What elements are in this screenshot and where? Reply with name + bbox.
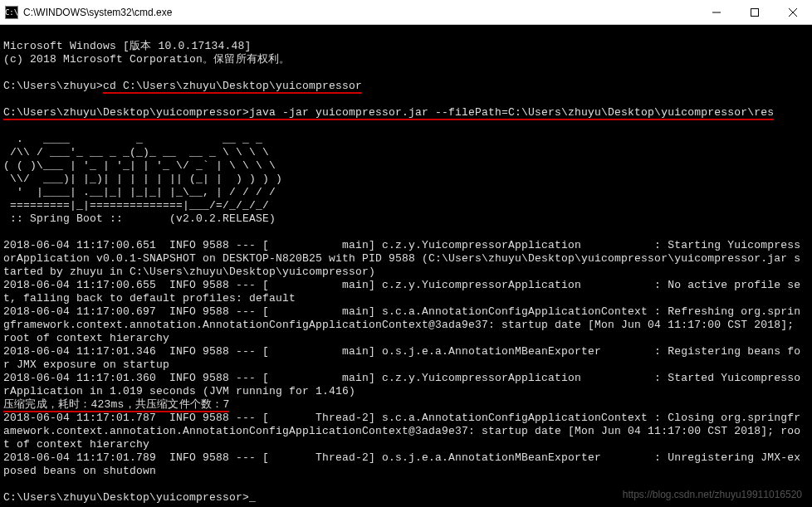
compression-result: 压缩完成，耗时：423ms，共压缩文件个数：7 <box>3 398 229 412</box>
log-line: 2018-06-04 11:17:00.655 INFO 9588 --- [ … <box>3 279 800 291</box>
prompt-line: C:\Users\zhuyu\Desktop\yuicompressor>jav… <box>3 106 774 120</box>
log-line: r JMX exposure on startup <box>3 358 169 371</box>
spring-banner-line: /\\ / ___'_ __ _ _(_)_ __ __ _ \ \ \ \ <box>3 146 269 158</box>
spring-banner-line: ' |____| .__|_| |_|_| |_\__, | / / / / <box>3 186 276 198</box>
header-line: (c) 2018 Microsoft Corporation。保留所有权利。 <box>3 53 291 66</box>
log-line: amework.context.annotation.AnnotationCon… <box>3 425 800 437</box>
close-button[interactable] <box>774 0 812 25</box>
spring-banner-line: \\/ ___)| |_)| | | | | || (_| | ) ) ) ) <box>3 173 282 185</box>
log-line: tarted by zhuyu in C:\Users\zhuyu\Deskto… <box>3 266 375 278</box>
spring-banner-line: ( ( )\___ | '_ | '_| | '_ \/ _` | \ \ \ … <box>3 159 276 172</box>
log-line: root of context hierarchy <box>3 332 169 344</box>
log-line: orApplication v0.0.1-SNAPSHOT on DESKTOP… <box>3 252 800 265</box>
log-line: gframework.context.annotation.Annotation… <box>3 319 800 331</box>
log-line: 2018-06-04 11:17:01.787 INFO 9588 --- [ … <box>3 412 800 424</box>
highlight-line: 压缩完成，耗时：423ms，共压缩文件个数：7 <box>3 398 229 412</box>
log-line: posed beans on shutdown <box>3 465 156 477</box>
prompt-line: C:\Users\zhuyu>cd C:\Users\zhuyu\Desktop… <box>3 80 362 94</box>
cursor: _ <box>249 491 256 504</box>
window-titlebar: C:\ C:\WINDOWS\system32\cmd.exe <box>0 0 812 25</box>
log-line: t of context hierarchy <box>3 438 149 451</box>
spring-banner-line: . ____ _ __ _ _ <box>3 133 262 145</box>
command-java: java -jar yuicompressor.jar --filePath=C… <box>249 106 774 119</box>
svg-rect-1 <box>751 8 759 16</box>
log-line: 2018-06-04 11:17:00.697 INFO 9588 --- [ … <box>3 305 800 318</box>
log-line: t, falling back to default profiles: def… <box>3 292 296 305</box>
command-cd: cd C:\Users\zhuyu\Desktop\yuicompressor <box>103 80 362 94</box>
prompt-prefix: C:\Users\zhuyu> <box>3 80 103 92</box>
window-title: C:\WINDOWS\system32\cmd.exe <box>23 7 172 18</box>
prompt-prefix: C:\Users\zhuyu\Desktop\yuicompressor> <box>3 106 249 119</box>
log-line: 2018-06-04 11:17:01.789 INFO 9588 --- [ … <box>3 451 800 464</box>
titlebar-buttons <box>697 0 812 25</box>
log-line: rApplication in 1.019 seconds (JVM runni… <box>3 385 355 397</box>
prompt-line: C:\Users\zhuyu\Desktop\yuicompressor>_ <box>3 491 256 504</box>
terminal-output[interactable]: Microsoft Windows [版本 10.0.17134.48] (c)… <box>0 25 812 506</box>
titlebar-left: C:\ C:\WINDOWS\system32\cmd.exe <box>0 6 172 19</box>
log-line: 2018-06-04 11:17:00.651 INFO 9588 --- [ … <box>3 239 800 251</box>
log-line: 2018-06-04 11:17:01.360 INFO 9588 --- [ … <box>3 372 800 384</box>
minimize-button[interactable] <box>697 0 736 25</box>
maximize-button[interactable] <box>736 0 774 25</box>
header-line: Microsoft Windows [版本 10.0.17134.48] <box>3 40 251 52</box>
cmd-icon: C:\ <box>5 6 18 19</box>
prompt-prefix: C:\Users\zhuyu\Desktop\yuicompressor> <box>3 491 249 504</box>
log-line: 2018-06-04 11:17:01.346 INFO 9588 --- [ … <box>3 345 800 358</box>
watermark: https://blog.csdn.net/zhuyu19911016520 <box>623 489 802 500</box>
spring-banner-line: :: Spring Boot :: (v2.0.2.RELEASE) <box>3 212 276 225</box>
spring-banner-line: =========|_|==============|___/=/_/_/_/ <box>3 199 269 212</box>
